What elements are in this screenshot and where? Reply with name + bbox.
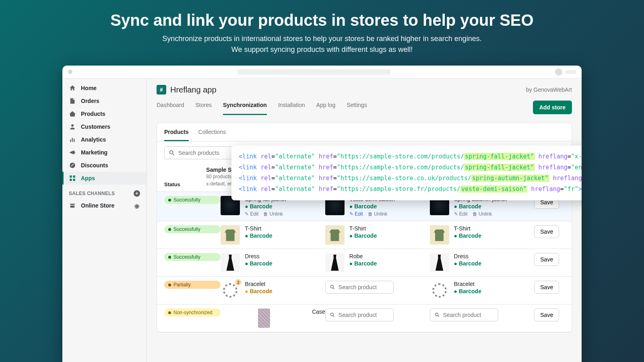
svg-rect-3 [74, 139, 74, 142]
unlink-button[interactable]: 🗑 Unlink [368, 211, 388, 217]
code-line: <link rel="alternate" href="https://samp… [239, 173, 582, 184]
subtab-collections[interactable]: Collections [198, 123, 226, 141]
barcode-label: Barcode [454, 288, 481, 294]
sidebar-item-products[interactable]: Products [62, 107, 147, 120]
status-badge: Successfully [164, 225, 221, 233]
barcode-label: Barcode [454, 203, 507, 210]
save-button[interactable]: Save [534, 253, 559, 266]
tab-settings[interactable]: Settings [347, 99, 367, 115]
search-product-input[interactable]: Search product [325, 281, 394, 294]
svg-rect-7 [70, 179, 72, 181]
product-name: Bracelet [245, 281, 272, 287]
barcode-label: Barcode [454, 232, 481, 239]
svg-point-13 [330, 313, 333, 316]
main-content: # Hreflang app by GenovaWebArt Dashboard… [147, 78, 582, 362]
sidebar-item-discounts[interactable]: Discounts [62, 159, 147, 172]
product-thumb [430, 225, 449, 245]
avatar-placeholder [555, 68, 562, 76]
barcode-label: Barcode [245, 232, 272, 239]
edit-button[interactable]: ✎ Edit [245, 211, 258, 217]
sidebar-item-customers[interactable]: Customers [62, 120, 147, 133]
sidebar-item-apps[interactable]: Apps [62, 172, 147, 185]
sidebar-item-home[interactable]: Home [62, 82, 147, 95]
edit-button[interactable]: ✎ Edit [349, 211, 363, 217]
product-thumb [430, 253, 449, 272]
code-line: <link rel="alternate" href="https://samp… [239, 151, 582, 162]
save-button[interactable]: Save [534, 281, 559, 294]
menu-placeholder [566, 70, 576, 74]
svg-line-16 [438, 316, 439, 317]
product-row: SuccessfullyT-ShirtBarcodeT-ShirtBarcode… [157, 221, 572, 249]
status-badge: Successfully [164, 196, 221, 204]
tab-app-log[interactable]: App log [316, 99, 335, 115]
hero-title: Sync and link your products in stores to… [0, 11, 644, 29]
url-bar-placeholder [237, 69, 390, 75]
code-line: <link rel="alternate" href="https://samp… [239, 184, 582, 195]
search-product-input[interactable]: Search product [430, 309, 498, 321]
product-thumb: 2 [221, 281, 240, 300]
sidebar-item-label: Apps [81, 175, 95, 181]
product-name: T-Shirt [245, 225, 272, 232]
unlink-button[interactable]: 🗑 Unlink [473, 211, 492, 217]
code-popover: <link rel="alternate" href="https://samp… [231, 146, 582, 200]
store-icon [69, 202, 76, 209]
product-name: Case [312, 309, 325, 315]
svg-rect-5 [70, 175, 72, 177]
product-thumb [430, 281, 449, 300]
svg-line-12 [333, 288, 334, 289]
sidebar-item-analytics[interactable]: Analytics [62, 133, 147, 146]
customers-icon [69, 123, 76, 130]
product-row: Partially2BraceletBarcodeSearch productB… [157, 277, 572, 304]
search-icon [434, 312, 440, 318]
search-product-input[interactable]: Search product [325, 309, 394, 321]
app-byline: by GenovaWebArt [526, 86, 572, 93]
discounts-icon [69, 162, 76, 169]
eye-icon[interactable]: ◉ [134, 203, 140, 208]
status-badge: Partially [164, 281, 221, 289]
barcode-label: Barcode [349, 260, 377, 267]
marketing-icon [69, 149, 76, 156]
status-header: Status [164, 181, 206, 187]
svg-rect-6 [73, 175, 75, 177]
save-button[interactable]: Save [534, 309, 559, 321]
product-name: Robe [349, 253, 377, 259]
search-icon [330, 284, 335, 290]
svg-rect-2 [72, 138, 73, 142]
code-line: <link rel="alternate" href="https://samp… [239, 162, 582, 173]
sidebar-item-marketing[interactable]: Marketing [62, 146, 147, 159]
sidebar-item-label: Home [81, 85, 97, 91]
sidebar-online-store[interactable]: Online Store ◉ [62, 199, 147, 212]
sidebar-item-orders[interactable]: Orders [62, 95, 147, 107]
sidebar: HomeOrdersProductsCustomersAnalyticsMark… [62, 78, 147, 362]
svg-rect-8 [73, 179, 75, 181]
product-name: T-Shirt [349, 225, 377, 232]
edit-button[interactable]: ✎ Edit [454, 211, 468, 217]
online-store-label: Online Store [81, 202, 114, 209]
barcode-label: Barcode [454, 260, 481, 267]
add-channel-icon[interactable]: + [134, 190, 140, 197]
save-button[interactable]: Save [534, 225, 559, 238]
analytics-icon [69, 136, 76, 143]
sidebar-item-label: Orders [81, 98, 99, 104]
hero-sub1: Synchronize products in international st… [0, 33, 644, 44]
product-thumb [258, 309, 270, 328]
hero-sub2: We support syncing products with differe… [0, 44, 644, 55]
search-icon [169, 150, 175, 156]
tab-dashboard[interactable]: Dashboard [157, 99, 184, 115]
subtab-products[interactable]: Products [164, 123, 189, 141]
svg-point-15 [435, 313, 438, 316]
tab-stores[interactable]: Stores [196, 99, 212, 115]
product-thumb [221, 225, 240, 245]
svg-line-10 [173, 154, 174, 155]
tab-synchronization[interactable]: Synchronization [223, 99, 267, 115]
unlink-button[interactable]: 🗑 Unlink [263, 211, 283, 217]
product-row: SuccessfullyDressBarcodeRobeBarcodeDress… [157, 249, 572, 277]
barcode-label: Barcode [245, 260, 272, 267]
sales-channels-label: SALES CHANNELS [69, 191, 115, 196]
product-thumb [325, 253, 345, 272]
add-store-button[interactable]: Add store [533, 101, 572, 114]
sidebar-item-label: Analytics [81, 136, 106, 143]
svg-point-0 [71, 124, 74, 127]
barcode-label: Barcode [245, 288, 272, 294]
tab-installation[interactable]: Installation [278, 99, 305, 115]
